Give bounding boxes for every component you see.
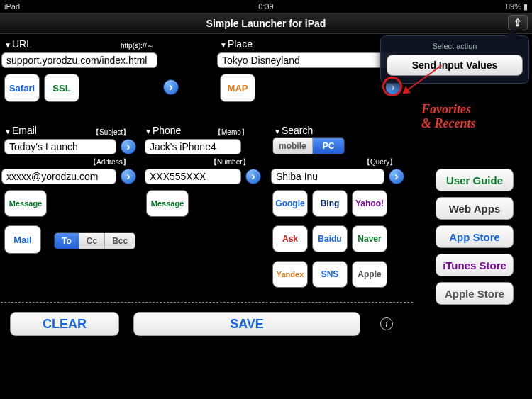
naver-button[interactable]: Naver	[352, 225, 387, 252]
itunes-store-button[interactable]: iTunes Store	[436, 254, 514, 276]
place-input[interactable]: Tokyo Disneyland	[217, 52, 399, 68]
nav-bar: Simple Launcher for iPad ⇪	[0, 13, 532, 34]
status-bar: iPad 0:39 89% ▮	[0, 0, 532, 13]
apple-store-button[interactable]: Apple Store	[436, 282, 514, 305]
search-go[interactable]	[389, 169, 404, 184]
popover-caret-icon	[506, 30, 519, 36]
clear-button[interactable]: CLEAR	[10, 312, 119, 336]
apple-button[interactable]: Apple	[352, 261, 387, 288]
phone-number-input[interactable]: XXX555XXX	[145, 169, 241, 184]
google-button[interactable]: Google	[272, 190, 308, 217]
url-label: URL	[4, 38, 32, 50]
app-store-button[interactable]: App Store	[436, 225, 514, 248]
email-address-input[interactable]: xxxxx@yorodzu.com	[1, 169, 116, 184]
divider	[0, 302, 413, 303]
clock: 0:39	[258, 2, 273, 11]
web-apps-button[interactable]: Web Apps	[436, 197, 514, 220]
send-input-values-button[interactable]: Send Input Values	[387, 55, 523, 76]
map-button[interactable]: MAP	[220, 74, 255, 102]
page-title: Simple Launcher for iPad	[206, 18, 326, 29]
phone-memo-input[interactable]: Jack's iPhone4	[145, 139, 241, 154]
sns-button[interactable]: SNS	[312, 261, 348, 288]
pc-segment[interactable]: PC	[313, 138, 345, 154]
info-icon[interactable]: i	[380, 317, 393, 330]
yandex-button[interactable]: Yandex	[272, 261, 308, 288]
search-mode-segment[interactable]: mobile PC	[272, 137, 345, 154]
mobile-segment[interactable]: mobile	[273, 138, 313, 154]
email-subject-input[interactable]: Today's Launch	[4, 139, 116, 154]
url-input[interactable]: support.yorodzu.com/index.html	[1, 52, 157, 68]
share-popover: Select action Send Input Values	[380, 35, 529, 84]
phone-memo-tag: 【Memo】	[214, 128, 248, 137]
battery: 89% ▮	[506, 2, 528, 11]
mail-button[interactable]: Mail	[4, 225, 41, 254]
recipient-segment[interactable]: To Cc Bcc	[54, 232, 135, 249]
share-button[interactable]: ⇪	[508, 15, 528, 30]
url-hint: http(s)://～	[121, 41, 154, 51]
to-segment[interactable]: To	[55, 233, 79, 249]
search-query-tag: 【Query】	[363, 157, 397, 167]
ssl-button[interactable]: SSL	[44, 74, 79, 102]
save-button[interactable]: SAVE	[133, 312, 360, 336]
url-go-button[interactable]	[163, 79, 179, 95]
user-guide-button[interactable]: User Guide	[436, 169, 514, 191]
annotation-text: Favorites & Recents	[421, 102, 476, 130]
email-address-go[interactable]	[121, 169, 136, 184]
bcc-segment[interactable]: Bcc	[105, 233, 135, 249]
email-subject-tag: 【Subject】	[92, 128, 130, 137]
ask-button[interactable]: Ask	[272, 225, 308, 252]
phone-go[interactable]	[245, 169, 261, 184]
search-query-input[interactable]: Shiba Inu	[271, 169, 384, 184]
phone-message-button[interactable]: Message	[146, 190, 189, 217]
popover-title: Select action	[387, 42, 523, 50]
phone-number-tag: 【Number】	[210, 157, 250, 167]
email-label: Email	[4, 125, 37, 136]
safari-button[interactable]: Safari	[4, 74, 40, 102]
share-icon: ⇪	[514, 17, 522, 28]
place-label: Place	[220, 38, 253, 50]
email-message-button[interactable]: Message	[4, 190, 47, 217]
phone-label: Phone	[145, 125, 181, 136]
search-label: Search	[274, 125, 313, 136]
email-address-tag: 【Address】	[89, 157, 130, 167]
annotation-circle-icon	[382, 77, 402, 96]
cc-segment[interactable]: Cc	[79, 233, 105, 249]
baidu-button[interactable]: Baidu	[312, 225, 348, 252]
email-subject-go[interactable]	[121, 139, 136, 154]
device-label: iPad	[4, 2, 20, 11]
yahoo-button[interactable]: Yahoo!	[352, 190, 387, 217]
bing-button[interactable]: Bing	[312, 190, 348, 217]
